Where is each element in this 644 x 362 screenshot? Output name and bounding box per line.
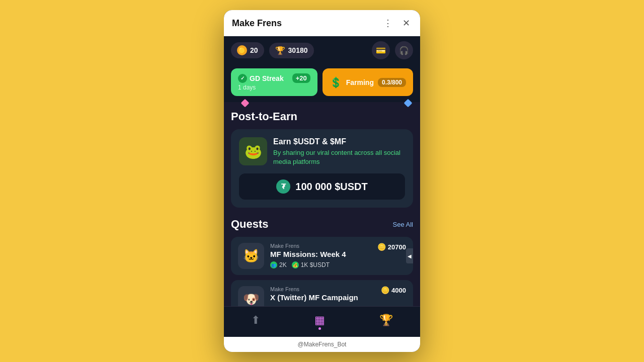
quest-avatar-1: 🐱 (238, 243, 264, 269)
streak-farming-row: ✓ GD Streak +20 1 days 💲 Farming 0.3/800 (224, 64, 420, 102)
tether-icon: ₮ (276, 179, 290, 194)
quest-name-1: MF Missions: Week 4 (270, 250, 371, 258)
quest-avatar-2: 🐶 (238, 286, 264, 306)
footer-credit: @MakeFrens_Bot (224, 337, 420, 352)
see-all-button[interactable]: See All (393, 221, 413, 228)
streak-label: ✓ GD Streak (238, 74, 284, 83)
streak-bonus: +20 (292, 73, 310, 83)
trophy-nav-button[interactable]: 🏆 (371, 312, 401, 329)
headset-button[interactable]: 🎧 (395, 41, 413, 59)
trophy-icon: 🏆 (275, 46, 285, 55)
quest-people-icon-1: 👥 (270, 261, 277, 268)
quest-right-1: 🪙 20700 (377, 243, 406, 251)
wallet-button[interactable]: 💳 (372, 41, 390, 59)
farming-card[interactable]: 💲 Farming 0.3/800 (323, 68, 413, 96)
quests-header: Quests See All (231, 218, 413, 231)
farming-label: Farming (346, 78, 374, 86)
quest-points-2: 🪙 4000 (381, 286, 406, 294)
more-options-button[interactable]: ⋮ (381, 17, 394, 30)
grid-icon: ▦ (314, 314, 325, 327)
quest-info-2: Make Frens X (Twitter) MF Campaign (270, 286, 375, 305)
quest-coin-icon-2: 🪙 (381, 286, 389, 294)
streak-card[interactable]: ✓ GD Streak +20 1 days (231, 68, 317, 96)
share-nav-button[interactable]: ⬆ (243, 312, 268, 329)
title-bar-actions: ⋮ ✕ (381, 17, 412, 30)
quest-reward-usdt-1: 💰 1K $USDT (292, 261, 330, 268)
quest-info-1: Make Frens MF Missions: Week 4 👥 2K 💰 1K… (270, 243, 371, 268)
post-earn-card[interactable]: 🐸 Earn $USDT & $MF By sharing our viral … (231, 129, 413, 208)
farming-progress: 0.3/800 (378, 78, 406, 87)
quest-sidebar-arrow-1[interactable]: ◀ (406, 248, 413, 263)
quest-right-2: 🪙 4000 (381, 286, 406, 294)
quest-name-2: X (Twitter) MF Campaign (270, 293, 375, 302)
streak-check-icon: ✓ (238, 74, 247, 83)
quest-source-1: Make Frens (270, 243, 371, 249)
scroll-content[interactable]: Post-to-Earn 🐸 Earn $USDT & $MF By shari… (224, 102, 420, 306)
quest-coin-icon-1: 🪙 (377, 243, 386, 251)
quests-title: Quests (231, 218, 269, 231)
title-bar: Make Frens ⋮ ✕ (224, 10, 420, 36)
farming-icon: 💲 (330, 76, 342, 88)
quest-usdt-icon-1: 💰 (292, 261, 299, 268)
quest-points-1: 🪙 20700 (377, 243, 406, 251)
close-button[interactable]: ✕ (400, 17, 412, 30)
home-nav-button[interactable]: ▦ (306, 312, 333, 329)
post-earn-card-title: Earn $USDT & $MF (273, 137, 405, 146)
quest-card-1[interactable]: 🐱 Make Frens MF Missions: Week 4 👥 2K 💰 … (231, 237, 413, 275)
quest-card-wrapper-2: 🐶 Make Frens X (Twitter) MF Campaign 🪙 4… (231, 280, 413, 306)
headset-icon: 🎧 (399, 46, 409, 55)
post-earn-text: Earn $USDT & $MF By sharing our viral co… (273, 137, 405, 166)
post-earn-card-desc: By sharing our viral content across all … (273, 148, 405, 166)
coin-count: 20 (250, 46, 258, 54)
quest-card-2[interactable]: 🐶 Make Frens X (Twitter) MF Campaign 🪙 4… (231, 280, 413, 306)
post-earn-amount[interactable]: ₮ 100 000 $USDT (239, 173, 405, 200)
quest-reward-people-1: 👥 2K (270, 261, 287, 268)
active-dot (318, 327, 321, 330)
post-earn-avatar: 🐸 (239, 137, 267, 165)
window-title: Make Frens (232, 18, 282, 29)
header-bar: 🟡 20 🏆 30180 💳 🎧 (224, 36, 420, 64)
share-icon: ⬆ (251, 314, 260, 327)
score-badge: 🏆 30180 (269, 43, 314, 58)
post-earn-top: 🐸 Earn $USDT & $MF By sharing our viral … (239, 137, 405, 166)
quest-source-2: Make Frens (270, 286, 375, 292)
quest-card-wrapper-1: 🐱 Make Frens MF Missions: Week 4 👥 2K 💰 … (231, 237, 413, 275)
bottom-nav: ⬆ ▦ 🏆 (224, 306, 420, 337)
coin-icon: 🟡 (237, 45, 247, 55)
streak-days: 1 days (238, 84, 310, 91)
nav-trophy-icon: 🏆 (379, 314, 393, 327)
coins-badge: 🟡 20 (231, 42, 264, 58)
amount-text: 100 000 $USDT (295, 181, 367, 193)
score-value: 30180 (288, 46, 308, 54)
post-to-earn-title: Post-to-Earn (231, 110, 413, 123)
quest-rewards-1: 👥 2K 💰 1K $USDT (270, 261, 371, 268)
wallet-icon: 💳 (376, 46, 386, 55)
app-window: Make Frens ⋮ ✕ 🟡 20 🏆 30180 💳 🎧 ✓ (224, 10, 420, 352)
